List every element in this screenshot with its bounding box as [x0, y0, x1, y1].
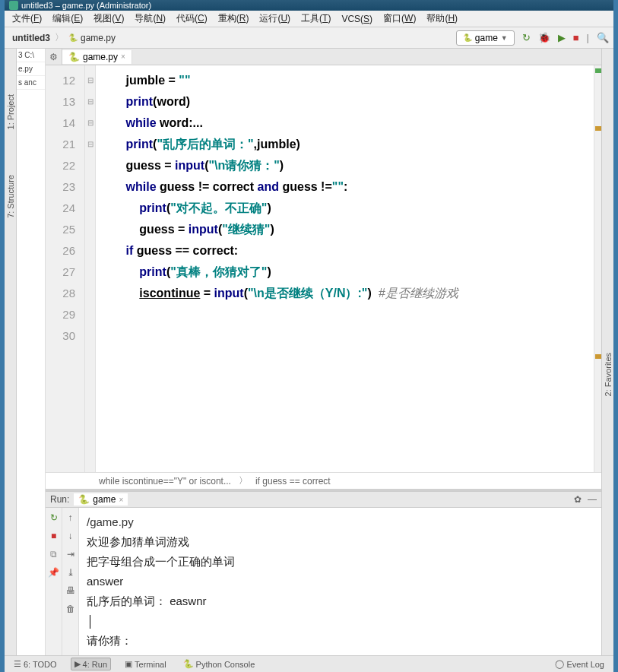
close-icon[interactable]: ×: [119, 496, 123, 504]
code-area[interactable]: jumble = "" print(word) while word:... p…: [96, 65, 601, 472]
breadcrumb-project[interactable]: untitled3: [9, 33, 53, 43]
app-icon: [9, 1, 18, 10]
marker-bar: [594, 65, 601, 472]
sidebar-tab-favorites[interactable]: 2: Favorites: [604, 353, 613, 396]
status-todo[interactable]: ☰ 6: TODO: [11, 658, 60, 670]
rerun-icon[interactable]: ↻: [50, 512, 58, 523]
editor-tabs: ⚙ 🐍 game.py ×: [46, 49, 601, 65]
menu-item[interactable]: 运行(U): [259, 12, 290, 25]
editor-tab-game[interactable]: 🐍 game.py ×: [62, 50, 132, 64]
status-bar: ☰ 6: TODO ▶ 4: Run ▣ Terminal 🐍 Python C…: [5, 655, 613, 672]
menu-item[interactable]: 重构(R): [218, 12, 249, 25]
divider: |: [587, 32, 589, 43]
minimize-icon[interactable]: —: [588, 494, 597, 505]
close-tab-icon[interactable]: ×: [121, 52, 125, 61]
console-output[interactable]: /game.py欢迎参加猜单词游戏把字母组合成一个正确的单词answer乱序后的…: [79, 508, 601, 655]
menu-item[interactable]: 编辑(E): [52, 12, 83, 25]
breadcrumb-file[interactable]: 🐍game.py: [65, 33, 119, 43]
python-icon: 🐍: [68, 33, 78, 42]
scroll-icon[interactable]: ⤓: [67, 567, 74, 578]
menu-item[interactable]: 帮助(H): [426, 12, 458, 25]
breadcrumb-sep: 〉: [53, 31, 65, 44]
tabs-gear-icon[interactable]: ⚙: [46, 49, 62, 65]
menu-item[interactable]: 导航(N): [135, 12, 166, 25]
trash-icon[interactable]: 🗑: [66, 604, 75, 614]
project-item[interactable]: e.py: [17, 62, 45, 76]
run-tab-game[interactable]: 🐍 game ×: [74, 493, 128, 506]
left-sidebar: 1: Project 7: Structure: [5, 49, 17, 655]
run-panel: Run: 🐍 game × ✿ — ↻ ■ ⧉ 📌: [46, 491, 601, 655]
stop-icon[interactable]: ■: [573, 32, 579, 43]
right-sidebar: 2: Favorites: [601, 49, 613, 655]
down-icon[interactable]: ↓: [68, 531, 73, 541]
debug-icon[interactable]: 🐞: [538, 32, 550, 43]
python-icon: 🐍: [463, 33, 472, 42]
run-toolbar-left: ↻ ■ ⧉ 📌: [46, 508, 62, 655]
layout-icon[interactable]: ⧉: [50, 549, 57, 559]
wrap-icon[interactable]: ⇥: [67, 549, 74, 559]
up-icon[interactable]: ↑: [68, 512, 73, 523]
sidebar-tab-structure[interactable]: 7: Structure: [6, 175, 15, 218]
pin-icon[interactable]: 📌: [48, 567, 59, 578]
menu-item[interactable]: VCS(S): [341, 14, 372, 24]
window-titlebar: untitled3 – game.py (Administrator): [5, 0, 613, 11]
project-item[interactable]: 3 C:\: [17, 49, 45, 62]
python-icon: 🐍: [68, 52, 80, 62]
menu-item[interactable]: 文件(F): [12, 12, 42, 25]
crumb-scope-2[interactable]: if guess == correct: [255, 476, 331, 487]
project-panel: 3 C:\e.pys anc: [17, 49, 46, 655]
menu-item[interactable]: 窗口(W): [383, 12, 416, 25]
crumb-scope-1[interactable]: while iscontinue=="Y" or iscont...: [99, 476, 231, 487]
menu-bar: 文件(F)编辑(E)视图(V)导航(N)代码(C)重构(R)运行(U)工具(T)…: [5, 11, 613, 27]
stop-icon[interactable]: ■: [51, 531, 56, 541]
python-icon: 🐍: [78, 494, 90, 505]
menu-item[interactable]: 工具(T): [301, 12, 331, 25]
line-gutter: 12131421222324252627282930: [46, 65, 85, 472]
sidebar-tab-project[interactable]: 1: Project: [6, 94, 15, 129]
editor[interactable]: 12131421222324252627282930 ⊟⊟⊟⊟ jumble =…: [46, 65, 601, 472]
project-item[interactable]: s anc: [17, 76, 45, 90]
menu-item[interactable]: 代码(C): [176, 12, 208, 25]
window-title: untitled3 – game.py (Administrator): [21, 1, 151, 10]
nav-bar: untitled3 〉 🐍game.py 🐍 game ▼ ↻ 🐞 ▶ ■ | …: [5, 27, 613, 49]
dropdown-icon: ▼: [501, 34, 508, 42]
run-icon[interactable]: ↻: [522, 32, 531, 43]
run-panel-title: Run:: [50, 494, 69, 505]
status-pyconsole[interactable]: 🐍 Python Console: [180, 658, 258, 670]
settings-icon[interactable]: ✿: [574, 494, 582, 505]
search-icon[interactable]: 🔍: [597, 32, 609, 43]
run-toolbar-2: ↑ ↓ ⇥ ⤓ 🖶 🗑: [62, 508, 79, 655]
print-icon[interactable]: 🖶: [66, 585, 75, 596]
status-eventlog[interactable]: ◯ Event Log: [552, 658, 607, 670]
context-breadcrumb: while iscontinue=="Y" or iscont... 〉 if …: [46, 472, 601, 489]
menu-item[interactable]: 视图(V): [93, 12, 124, 25]
play-icon[interactable]: ▶: [558, 32, 566, 43]
status-run[interactable]: ▶ 4: Run: [71, 658, 111, 670]
run-config-selector[interactable]: 🐍 game ▼: [456, 30, 515, 46]
crumb-sep: 〉: [239, 474, 248, 487]
fold-column[interactable]: ⊟⊟⊟⊟: [85, 65, 96, 472]
status-terminal[interactable]: ▣ Terminal: [122, 658, 170, 670]
